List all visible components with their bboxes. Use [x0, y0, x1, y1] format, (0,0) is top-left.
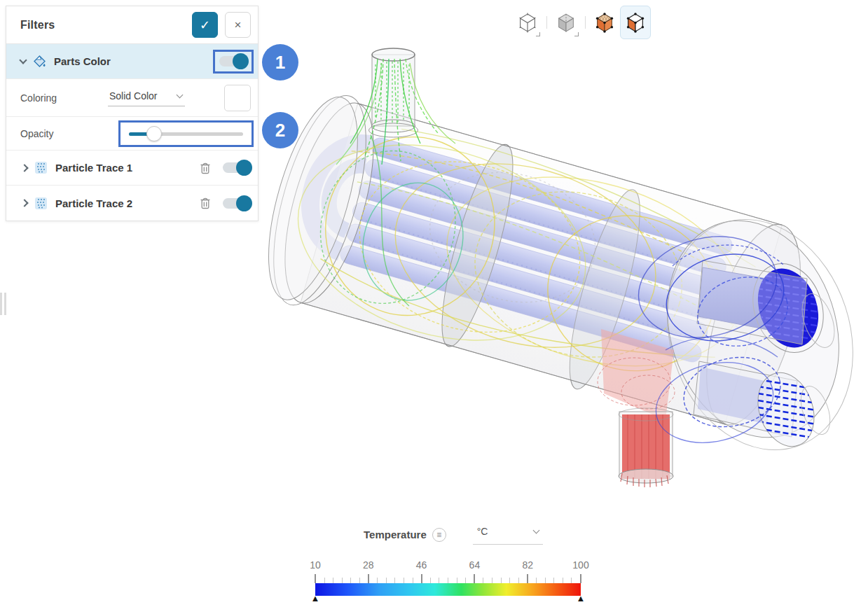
- opacity-row: Opacity: [6, 117, 258, 151]
- legend-menu-button[interactable]: ≡: [432, 528, 446, 542]
- opacity-label: Opacity: [20, 128, 108, 139]
- particle-trace-2-label: Particle Trace 2: [55, 197, 198, 209]
- particle-trace-1-row[interactable]: Particle Trace 1: [6, 151, 258, 186]
- close-filters-button[interactable]: ×: [225, 12, 251, 38]
- render-mode-toolbar: [512, 5, 651, 40]
- close-icon: ×: [235, 18, 242, 32]
- opacity-slider[interactable]: [129, 126, 243, 141]
- paint-bucket-icon: [33, 55, 47, 69]
- toolbar-separator: [585, 16, 586, 29]
- annotation-highlight-2: [118, 120, 254, 147]
- render-mode-wireframe-button[interactable]: [512, 6, 543, 39]
- particle-trace-icon: [34, 196, 48, 210]
- parts-color-toggle[interactable]: [219, 56, 247, 67]
- menu-icon: ≡: [436, 530, 441, 540]
- shaded-cube-icon: [557, 13, 575, 33]
- solid-cube-selection-icon: [595, 13, 614, 33]
- render-mode-shaded-button[interactable]: [551, 6, 581, 39]
- annotation-step-1: 1: [262, 44, 298, 81]
- flyout-corner-icon: [536, 32, 540, 36]
- colorbar-ticks: [315, 573, 581, 583]
- colorbar-tick-labels: 10 28 46 64 82 100: [315, 559, 581, 571]
- colorbar: 10 28 46 64 82 100 ▲ ▲: [315, 559, 581, 606]
- parts-color-row[interactable]: Parts Color: [6, 44, 258, 79]
- unit-select[interactable]: °C: [473, 524, 543, 545]
- delete-trace-1-button[interactable]: [198, 160, 213, 176]
- coloring-select[interactable]: Solid Color: [108, 89, 185, 106]
- select-surfaces-button[interactable]: [620, 6, 651, 39]
- tick-label: 64: [469, 559, 481, 571]
- colorbar-gradient: [315, 583, 581, 596]
- annotation-highlight-1: [213, 50, 254, 74]
- opacity-slider-thumb[interactable]: [146, 126, 162, 141]
- tick-label: 82: [522, 559, 533, 571]
- range-max-handle[interactable]: ▲: [577, 594, 586, 603]
- toolbar-separator: [546, 16, 547, 29]
- select-volumes-button[interactable]: [589, 6, 620, 39]
- chevron-right-icon[interactable]: [20, 199, 28, 207]
- apply-filters-button[interactable]: ✓: [192, 12, 218, 38]
- tick-label: 10: [310, 559, 321, 571]
- wireframe-cube-icon: [518, 13, 537, 33]
- legend-header: Temperature ≡ °C: [364, 524, 543, 545]
- coloring-value: Solid Color: [109, 90, 167, 102]
- unit-value: °C: [477, 526, 534, 537]
- particle-trace-1-toggle[interactable]: [223, 162, 251, 173]
- tick-label: 28: [363, 559, 374, 571]
- hot-outlet-pipe: [598, 329, 675, 487]
- annotation-step-2: 2: [262, 112, 298, 148]
- transparent-cube-selection-icon: [626, 13, 645, 33]
- tick-label: 100: [572, 559, 588, 571]
- app-window: Filters ✓ × Parts Color: [0, 0, 868, 607]
- legend-field-label: Temperature: [364, 529, 427, 540]
- particle-trace-1-label: Particle Trace 1: [55, 162, 198, 174]
- chevron-down-icon[interactable]: [19, 56, 27, 64]
- panel-title: Filters: [20, 19, 192, 32]
- coloring-row: Coloring Solid Color: [6, 79, 258, 117]
- check-icon: ✓: [200, 18, 210, 33]
- particle-trace-2-toggle[interactable]: [223, 198, 251, 209]
- coloring-label: Coloring: [20, 92, 108, 104]
- filters-header: Filters ✓ ×: [6, 6, 258, 44]
- parts-color-label: Parts Color: [54, 55, 213, 67]
- chevron-down-icon: [177, 92, 184, 99]
- filters-panel: Filters ✓ × Parts Color: [6, 6, 259, 221]
- flyout-corner-icon: [574, 32, 579, 36]
- range-min-handle[interactable]: ▲: [311, 594, 320, 603]
- chevron-right-icon[interactable]: [20, 164, 28, 172]
- particle-trace-icon: [34, 161, 48, 175]
- panel-resize-handle[interactable]: [0, 293, 6, 315]
- tick-label: 46: [416, 559, 427, 571]
- chevron-down-icon: [532, 527, 539, 534]
- particle-trace-2-row[interactable]: Particle Trace 2: [6, 186, 258, 221]
- delete-trace-2-button[interactable]: [198, 195, 213, 211]
- solid-color-swatch[interactable]: [224, 85, 251, 111]
